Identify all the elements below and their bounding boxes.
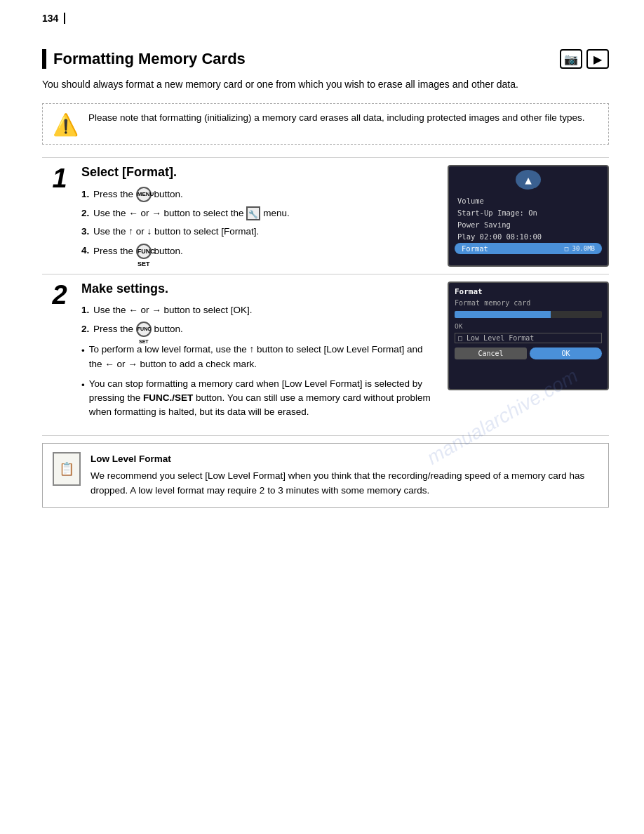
step1-content: Select [Format]. 1. Press the MENU butto… [77,158,441,274]
step2-title: Make settings. [81,282,432,296]
step2-screen: Format Format memory card OK □ Low Level… [448,282,609,390]
page: 134 Formatting Memory Cards 📷 ▶ You shou… [0,0,644,834]
step1-block: 1 Select [Format]. 1. Press the MENU but… [42,157,609,274]
screen-menu-playtime: Play 02:00 08:10:00 [455,231,602,242]
info-title: Low Level Format [90,452,598,467]
step2-screen-area: Format Format memory card OK □ Low Level… [441,274,609,435]
step1-item4: 4. Press the FUNC SET button. [81,244,432,259]
step2-number-col: 2 [42,274,77,435]
bullet-notes: • To perform a low level format, use the… [81,343,432,419]
step2-content: Make settings. 1. Use the ← or → button … [77,274,441,435]
screen2-ok-btn[interactable]: OK [530,348,602,359]
step1-number: 1 [52,165,67,192]
screen-menu: Volume Start-Up Image: On Power Saving P… [449,191,608,259]
intro-text: You should always format a new memory ca… [42,77,609,92]
info-box: 📋 Low Level Format We recommend you sele… [42,443,609,508]
screen2-level-format: □ Low Level Format [455,333,602,343]
screen-menu-volume: Volume [455,195,602,206]
screen2-content: Format Format memory card OK □ Low Level… [449,283,608,364]
screen-menu-power: Power Saving [455,219,602,230]
screen-menu-startup: Start-Up Image: On [455,207,602,218]
screen-top-circle: ▲ [516,170,541,190]
info-text: We recommend you select [Low Level Forma… [90,469,598,498]
menu-button-icon: MENU [136,187,152,202]
step1-list: 1. Press the MENU button. 2. Use the ← o… [81,187,432,259]
step2-number: 2 [52,282,67,308]
bullet-note2: • You can stop formatting a memory card … [81,377,432,420]
wrench-icon: 🔧 [246,206,260,220]
step2-item1: 1. Use the ← or → button to select [OK]. [81,303,432,317]
section-header: Formatting Memory Cards 📷 ▶ [42,49,609,69]
warning-text: Please note that formatting (initializin… [88,111,585,126]
screen2-progress-bar [455,311,551,318]
info-icon: 📋 [53,452,81,486]
step1-number-col: 1 [42,158,77,274]
screen2-subtitle: Format memory card [455,299,602,307]
step1-title: Select [Format]. [81,165,432,180]
bullet-note1: • To perform a low level format, use the… [81,343,432,371]
step1-screen: ▲ Volume Start-Up Image: On Power Saving… [448,165,609,267]
funcset-button-icon2: FUNC SET [136,322,152,337]
screen-menu-format: Format □ 30.0MB [455,243,602,254]
header-icons: 📷 ▶ [560,49,609,69]
funcset-button-icon: FUNC SET [136,244,152,259]
camera-icon: 📷 [560,49,582,69]
screen2-ok-text: OK [455,322,602,330]
screen2-title: Format [455,287,602,296]
play-icon: ▶ [586,49,609,69]
step2-list: 1. Use the ← or → button to select [OK].… [81,303,432,337]
warning-box: ⚠️ Please note that formatting (initiali… [42,103,609,145]
warning-icon: ⚠️ [53,112,79,137]
screen2-buttons: Cancel OK [455,348,602,359]
step1-item2: 2. Use the ← or → button to select the 🔧… [81,206,432,220]
info-content: Low Level Format We recommend you select… [90,452,598,499]
screen2-cancel-btn[interactable]: Cancel [455,348,527,359]
step2-item2: 2. Press the FUNC SET button. [81,322,432,337]
step1-item3: 3. Use the ↑ or ↓ button to select [Form… [81,225,432,239]
step2-block: 2 Make settings. 1. Use the ← or → butto… [42,274,609,436]
section-title: Formatting Memory Cards [53,50,246,68]
page-number: 134 [42,13,65,24]
step1-item1: 1. Press the MENU button. [81,187,432,202]
screen2-progress [455,311,602,318]
step1-screen-area: ▲ Volume Start-Up Image: On Power Saving… [441,158,609,274]
